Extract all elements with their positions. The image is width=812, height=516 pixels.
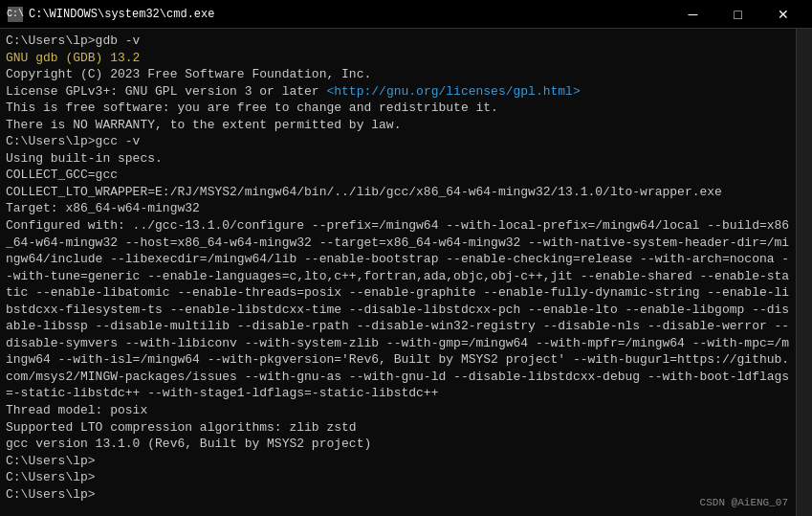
terminal-line: Supported LTO compression algorithms: zl… bbox=[6, 419, 790, 437]
terminal-body[interactable]: C:\Users\lp>gdb -vGNU gdb (GDB) 13.2Copy… bbox=[0, 29, 796, 516]
line-link: <http://gnu.org/licenses/gpl.html> bbox=[326, 84, 580, 99]
terminal-line: COLLECT_GCC=gcc bbox=[6, 167, 790, 184]
terminal-line: GNU gdb (GDB) 13.2 bbox=[6, 50, 790, 67]
title-bar-controls: ─ □ ✕ bbox=[671, 0, 804, 29]
cmd-icon: C:\ bbox=[8, 7, 23, 22]
terminal-line: COLLECT_LTO_WRAPPER=E:/RJ/MSYS2/mingw64/… bbox=[6, 184, 790, 201]
title-bar: C:\ C:\WINDOWS\system32\cmd.exe ─ □ ✕ bbox=[0, 0, 812, 29]
terminal-line: C:\Users\lp>gcc -v bbox=[6, 133, 790, 150]
terminal-line: License GPLv3+: GNU GPL version 3 or lat… bbox=[6, 83, 790, 101]
terminal-line: C:\Users\lp>gdb -v bbox=[6, 33, 790, 50]
window: C:\ C:\WINDOWS\system32\cmd.exe ─ □ ✕ C:… bbox=[0, 0, 812, 516]
terminal-line: Thread model: posix bbox=[6, 402, 790, 419]
maximize-button[interactable]: □ bbox=[716, 0, 759, 29]
terminal-line: C:\Users\lp> bbox=[6, 453, 790, 470]
terminal-line: gcc version 13.1.0 (Rev6, Built by MSYS2… bbox=[6, 436, 790, 453]
line-text: License GPLv3+: GNU GPL version 3 or lat… bbox=[6, 84, 326, 99]
terminal-line: Using built-in specs. bbox=[6, 150, 790, 168]
terminal-line: C:\Users\lp> bbox=[6, 469, 790, 486]
scrollbar[interactable] bbox=[796, 29, 812, 516]
terminal-line: Configured with: ../gcc-13.1.0/configure… bbox=[6, 217, 790, 402]
terminal-line: Copyright (C) 2023 Free Software Foundat… bbox=[6, 66, 790, 83]
minimize-button[interactable]: ─ bbox=[671, 0, 714, 29]
close-button[interactable]: ✕ bbox=[761, 0, 804, 29]
terminal-area: C:\Users\lp>gdb -vGNU gdb (GDB) 13.2Copy… bbox=[0, 29, 812, 516]
terminal-line: Target: x86_64-w64-mingw32 bbox=[6, 200, 790, 217]
watermark: CSDN @AiENG_07 bbox=[700, 496, 788, 510]
terminal-line: There is NO WARRANTY, to the extent perm… bbox=[6, 117, 790, 134]
title-bar-text: C:\WINDOWS\system32\cmd.exe bbox=[29, 8, 671, 21]
terminal-line: C:\Users\lp> bbox=[6, 486, 790, 504]
terminal-line: This is free software: you are free to c… bbox=[6, 100, 790, 117]
